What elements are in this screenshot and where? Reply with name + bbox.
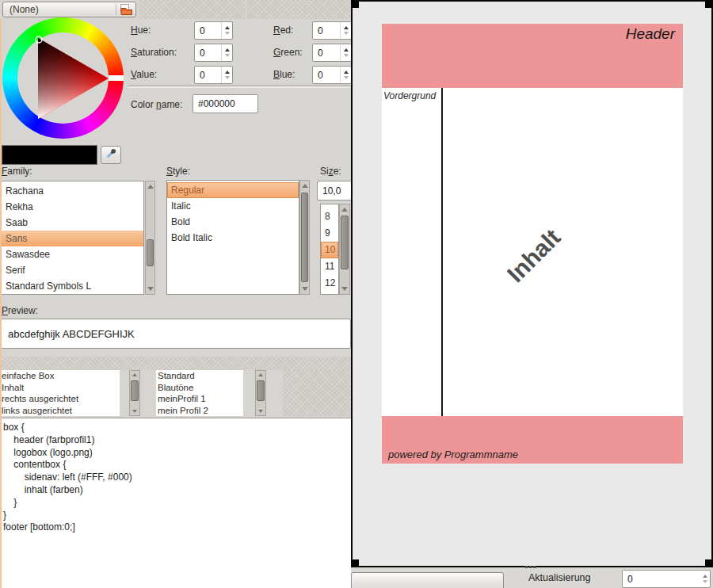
list-item[interactable]: Rachana bbox=[2, 183, 143, 199]
resize-handle-bottom-left[interactable] bbox=[352, 559, 359, 567]
scrollbar-thumb[interactable] bbox=[257, 380, 265, 401]
list-item[interactable]: links ausgerichtet bbox=[0, 405, 120, 417]
layout-code-editor[interactable]: box { header (farbprofil1) logobox (logo… bbox=[0, 418, 351, 588]
green-spinner[interactable]: 0 bbox=[312, 44, 352, 62]
eyedropper-icon bbox=[104, 147, 118, 163]
list-item[interactable]: Serif bbox=[2, 262, 143, 278]
size-input[interactable]: 10,0 bbox=[317, 181, 352, 200]
resize-handle-top-right[interactable] bbox=[705, 1, 712, 8]
list-item[interactable]: Rekha bbox=[2, 199, 143, 215]
color-name-label: Color name: bbox=[131, 99, 182, 110]
font-preview-input[interactable]: abcdefghijk ABCDEFGHIJK bbox=[1, 319, 351, 349]
spinner-arrows[interactable] bbox=[221, 22, 232, 39]
spinner-arrows[interactable] bbox=[340, 67, 351, 83]
box-template-list[interactable]: einfache Box Inhalt rechts ausgerichtet … bbox=[0, 370, 120, 416]
hue-label: Hue: bbox=[131, 25, 151, 36]
list-item[interactable]: Sawasdee bbox=[2, 246, 143, 262]
list-item-selected[interactable]: Sans bbox=[2, 231, 143, 246]
scroll-up-icon[interactable] bbox=[302, 184, 308, 188]
list-item-selected[interactable]: 10 bbox=[321, 242, 338, 258]
code-line: sidenav: left (#FFF, #000) bbox=[3, 472, 351, 484]
preview-label: Preview: bbox=[2, 305, 38, 316]
unlabeled-button[interactable] bbox=[351, 572, 504, 588]
family-list[interactable]: Rachana Rekha Saab Sans Sawasdee Serif S… bbox=[1, 181, 144, 295]
list-item[interactable]: 12 bbox=[321, 275, 338, 292]
pane-resize-grip[interactable] bbox=[525, 566, 536, 568]
size-list[interactable]: 7 8 9 10 11 12 13 bbox=[320, 204, 339, 295]
saturation-spinner[interactable]: 0 bbox=[194, 44, 233, 62]
list-item[interactable]: 8 bbox=[321, 208, 338, 225]
save-profile-icon[interactable] bbox=[116, 4, 135, 16]
list-item[interactable]: Italic bbox=[167, 198, 299, 214]
scrollbar-thumb[interactable] bbox=[147, 239, 154, 266]
preview-sidenav-box[interactable]: Vordergrund bbox=[382, 88, 441, 416]
preview-header-box[interactable]: Header bbox=[382, 24, 683, 88]
style-list[interactable]: Regular Italic Bold Bold Italic bbox=[166, 180, 299, 295]
box-list-scrollbar[interactable] bbox=[129, 370, 140, 416]
list-item[interactable]: Saab bbox=[2, 215, 143, 231]
scrollbar-thumb[interactable] bbox=[341, 216, 349, 269]
saturation-label: Saturation: bbox=[131, 47, 177, 58]
scroll-down-icon[interactable] bbox=[258, 410, 263, 413]
list-item[interactable]: rechts ausgerichtet bbox=[0, 393, 120, 405]
spinner-arrows[interactable] bbox=[221, 44, 232, 61]
red-label: Red: bbox=[273, 25, 293, 36]
color-profile-list[interactable]: Standard Blautöne meinProfil 1 mein Prof… bbox=[156, 370, 243, 416]
app-window: { "window": { "profile_selector_value": … bbox=[0, 0, 713, 588]
spinner-arrows[interactable] bbox=[340, 44, 351, 61]
eyedropper-button[interactable] bbox=[101, 146, 121, 164]
list-item[interactable]: 13 bbox=[321, 292, 338, 295]
profile-selector[interactable]: (None) bbox=[2, 2, 136, 17]
preview-content-box[interactable]: Inhalt bbox=[443, 88, 683, 416]
spinner-arrows[interactable] bbox=[700, 571, 710, 587]
list-item[interactable]: Standard Symbols L bbox=[2, 278, 143, 294]
size-scrollbar[interactable] bbox=[339, 204, 350, 295]
value-spinner[interactable]: 0 bbox=[194, 66, 233, 84]
list-item[interactable]: Inhalt bbox=[0, 382, 120, 394]
list-item[interactable]: mein Profil 2 bbox=[156, 405, 243, 417]
top-filler bbox=[139, 0, 351, 19]
hsv-color-wheel[interactable] bbox=[2, 17, 124, 139]
scroll-up-icon[interactable] bbox=[132, 373, 137, 376]
family-scrollbar[interactable] bbox=[145, 181, 155, 295]
scroll-down-icon[interactable] bbox=[147, 287, 154, 291]
preview-footer-box[interactable]: powered by Programmname bbox=[382, 416, 683, 464]
code-line: box { bbox=[3, 422, 351, 434]
style-scrollbar[interactable] bbox=[299, 180, 310, 295]
preview-sidenav-label: Vordergrund bbox=[383, 90, 436, 101]
list-item-selected[interactable]: Regular bbox=[167, 182, 299, 198]
blue-label: Blue: bbox=[273, 69, 295, 80]
list-item[interactable]: Bold bbox=[167, 214, 299, 230]
color-name-input[interactable]: #000000 bbox=[193, 94, 258, 113]
list-item[interactable]: 9 bbox=[321, 225, 338, 242]
window-left-edge bbox=[0, 19, 2, 588]
spinner-arrows[interactable] bbox=[221, 67, 232, 83]
list-item[interactable]: einfache Box bbox=[0, 370, 120, 382]
list-item[interactable]: meinProfil 1 bbox=[156, 393, 243, 405]
scrollbar-thumb[interactable] bbox=[301, 193, 308, 282]
scrollbar-thumb[interactable] bbox=[131, 380, 139, 401]
scroll-up-icon[interactable] bbox=[147, 185, 154, 189]
list-item[interactable]: 11 bbox=[321, 258, 338, 275]
refresh-spinner[interactable]: 0 bbox=[622, 570, 711, 588]
blue-spinner[interactable]: 0 bbox=[312, 66, 352, 84]
scroll-down-icon[interactable] bbox=[132, 410, 137, 413]
hue-spinner[interactable]: 0 bbox=[194, 21, 233, 40]
list-item[interactable]: Blautöne bbox=[156, 382, 243, 394]
bottom-bar: Aktualisierung 0 bbox=[351, 567, 713, 588]
list-item[interactable]: Bold Italic bbox=[167, 230, 299, 246]
scroll-down-icon[interactable] bbox=[341, 287, 348, 291]
red-spinner[interactable]: 0 bbox=[312, 21, 352, 40]
code-line: contentbox { bbox=[3, 459, 351, 472]
scroll-up-icon[interactable] bbox=[341, 208, 348, 212]
list-item[interactable]: Standard bbox=[156, 370, 243, 382]
resize-handle-bottom-right[interactable] bbox=[705, 559, 712, 567]
preview-header-text: Header bbox=[626, 25, 675, 43]
sv-triangle[interactable] bbox=[2, 17, 124, 139]
spinner-arrows[interactable] bbox=[340, 22, 351, 39]
profile-list-scrollbar[interactable] bbox=[255, 370, 266, 416]
layout-preview-canvas[interactable]: Header Vordergrund Inhalt powered by Pro… bbox=[351, 0, 713, 567]
scroll-down-icon[interactable] bbox=[302, 287, 308, 291]
scroll-up-icon[interactable] bbox=[258, 373, 263, 376]
resize-handle-top-left[interactable] bbox=[352, 1, 359, 8]
